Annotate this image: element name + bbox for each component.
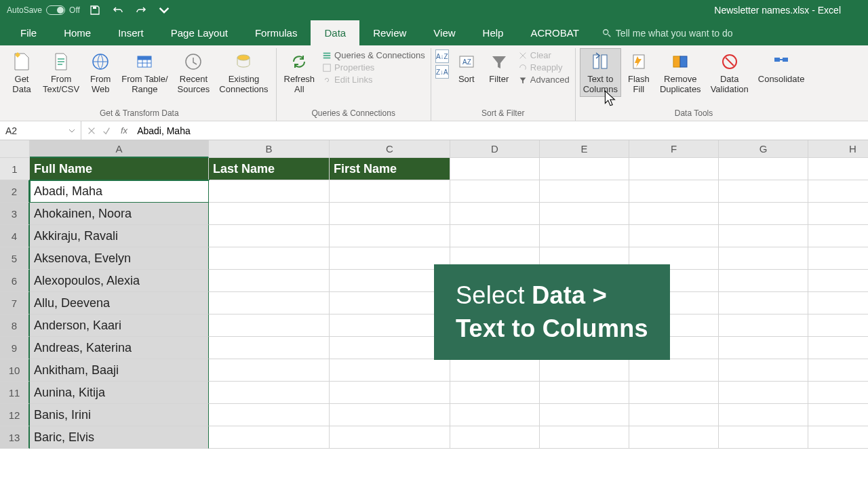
cell-D10[interactable] [450,359,540,382]
cell-C4[interactable] [330,225,450,247]
from-table-range-button[interactable]: From Table/ Range [118,48,171,97]
cell-H5[interactable] [808,247,868,270]
cell-F4[interactable] [629,225,719,247]
redo-button[interactable] [133,3,149,17]
cell-E1[interactable] [540,158,629,180]
cell-B11[interactable] [209,382,330,404]
cell-G5[interactable] [719,247,808,270]
cell-H11[interactable] [808,382,868,404]
queries-connections-button[interactable]: Queries & Connections [321,49,427,61]
cell-F2[interactable] [629,180,719,203]
cell-G13[interactable] [719,426,808,449]
tab-home[interactable]: Home [50,20,104,45]
cell-D11[interactable] [450,382,540,404]
cell-C1[interactable]: First Name [330,158,450,180]
cell-G8[interactable] [719,314,808,337]
cell-B3[interactable] [209,203,330,225]
cell-C11[interactable] [330,382,450,404]
cell-G11[interactable] [719,382,808,404]
cell-C9[interactable] [330,337,450,359]
cell-A8[interactable]: Anderson, Kaari [30,314,209,337]
cell-G1[interactable] [719,158,808,180]
tab-acrobat[interactable]: ACROBAT [517,20,592,45]
cell-E3[interactable] [540,203,629,225]
col-header-B[interactable]: B [209,140,330,158]
cell-A10[interactable]: Ankitham, Baaji [30,359,209,382]
row-header-5[interactable]: 5 [0,247,30,270]
get-data-button[interactable]: Get Data [7,48,37,97]
cell-H4[interactable] [808,225,868,247]
cell-E11[interactable] [540,382,629,404]
cell-E13[interactable] [540,426,629,449]
cell-H6[interactable] [808,270,868,292]
col-header-C[interactable]: C [330,140,450,158]
cell-A12[interactable]: Banis, Irini [30,404,209,426]
cell-C7[interactable] [330,292,450,314]
tab-data[interactable]: Data [311,20,359,45]
tab-file[interactable]: File [7,20,50,45]
cell-D4[interactable] [450,225,540,247]
row-header-1[interactable]: 1 [0,158,30,180]
col-header-D[interactable]: D [450,140,540,158]
cell-H2[interactable] [808,180,868,203]
cell-F12[interactable] [629,404,719,426]
cell-B5[interactable] [209,247,330,270]
cell-E2[interactable] [540,180,629,203]
cell-C8[interactable] [330,314,450,337]
cell-B4[interactable] [209,225,330,247]
refresh-all-button[interactable]: Refresh All [281,48,319,97]
save-button[interactable] [87,3,103,17]
flash-fill-button[interactable]: Flash Fill [624,48,654,97]
consolidate-button[interactable]: Consolidate [755,48,808,87]
cell-A6[interactable]: Alexopoulos, Alexia [30,270,209,292]
existing-connections-button[interactable]: Existing Connections [216,48,271,97]
row-header-4[interactable]: 4 [0,225,30,247]
tab-view[interactable]: View [420,20,469,45]
cell-H12[interactable] [808,404,868,426]
cell-D13[interactable] [450,426,540,449]
col-header-H[interactable]: H [808,140,868,158]
from-web-button[interactable]: From Web [85,48,115,97]
cell-F13[interactable] [629,426,719,449]
cell-F3[interactable] [629,203,719,225]
cell-C13[interactable] [330,426,450,449]
cell-F1[interactable] [629,158,719,180]
cell-C3[interactable] [330,203,450,225]
cell-A1[interactable]: Full Name [30,158,209,180]
cell-A3[interactable]: Ahokainen, Noora [30,203,209,225]
cell-H3[interactable] [808,203,868,225]
cell-F11[interactable] [629,382,719,404]
cell-G10[interactable] [719,359,808,382]
cell-E4[interactable] [540,225,629,247]
cell-D2[interactable] [450,180,540,203]
row-header-12[interactable]: 12 [0,404,30,426]
cancel-icon[interactable] [87,126,96,136]
cell-A7[interactable]: Allu, Deevena [30,292,209,314]
recent-sources-button[interactable]: Recent Sources [174,48,214,97]
cell-G9[interactable] [719,337,808,359]
cell-G7[interactable] [719,292,808,314]
cell-H9[interactable] [808,337,868,359]
autosave-toggle[interactable]: AutoSave Off [7,5,80,15]
row-header-3[interactable]: 3 [0,203,30,225]
cell-G12[interactable] [719,404,808,426]
cell-B7[interactable] [209,292,330,314]
row-header-13[interactable]: 13 [0,426,30,449]
cell-A11[interactable]: Aunina, Kitija [30,382,209,404]
remove-duplicates-button[interactable]: Remove Duplicates [656,48,705,97]
col-header-F[interactable]: F [629,140,719,158]
cell-H1[interactable] [808,158,868,180]
name-box[interactable]: A2 [0,121,81,140]
row-header-11[interactable]: 11 [0,382,30,404]
from-text-csv-button[interactable]: From Text/CSV [39,48,83,97]
row-header-8[interactable]: 8 [0,314,30,337]
cell-B12[interactable] [209,404,330,426]
cell-B2[interactable] [209,180,330,203]
formula-input[interactable] [132,121,868,140]
cell-A5[interactable]: Aksenova, Evelyn [30,247,209,270]
tab-formulas[interactable]: Formulas [241,20,311,45]
cell-A2[interactable]: Abadi, Maha [30,180,209,203]
row-header-7[interactable]: 7 [0,292,30,314]
cell-A4[interactable]: Akkiraju, Ravali [30,225,209,247]
filter-button[interactable]: Filter [484,48,514,87]
